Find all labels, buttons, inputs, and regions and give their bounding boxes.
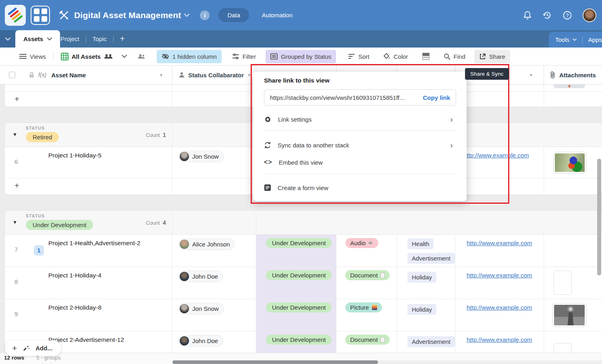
cell-link[interactable]: http://www.example.com xyxy=(463,152,529,159)
attachment-thumbnail-partial[interactable] xyxy=(554,85,585,88)
sort-icon xyxy=(348,54,355,59)
add-table-button[interactable]: + xyxy=(120,34,125,43)
cell-link[interactable]: http://www.example.com xyxy=(467,272,532,279)
user-avatar[interactable] xyxy=(583,8,596,22)
collaborator-chip[interactable]: John Doe xyxy=(179,335,223,347)
filter-label: Filter xyxy=(243,53,256,60)
apps-grid-icon[interactable] xyxy=(31,6,50,25)
comment-count-badge[interactable]: 1 xyxy=(34,245,44,256)
collaborator-chip[interactable]: Jon Snow xyxy=(179,151,224,162)
table-row[interactable]: 7 1 Project 1-Health,Advertisement-2 Ali… xyxy=(5,235,602,267)
status-pill[interactable]: Under Development xyxy=(266,335,332,345)
apps-menu[interactable]: Apps xyxy=(588,36,602,43)
menu-item-link-settings[interactable]: Link settings › xyxy=(264,114,456,125)
cell-asset-name[interactable]: Project 2-Advertisement-12 xyxy=(48,336,124,343)
topic-chip[interactable]: Health xyxy=(407,238,434,249)
menu-item-create-form-view[interactable]: Create a form view xyxy=(264,182,456,193)
copy-link-button[interactable]: Copy link xyxy=(423,94,450,101)
tab-automation[interactable]: Automation xyxy=(262,12,293,19)
row-height-button[interactable] xyxy=(422,52,430,60)
collaborator-chip[interactable]: John Doe xyxy=(179,271,223,282)
sort-label: Sort xyxy=(358,53,370,60)
info-icon[interactable]: i xyxy=(200,10,210,20)
status-pill[interactable]: Under Development xyxy=(266,270,332,280)
cell-link[interactable]: http://www.example.com xyxy=(467,304,532,311)
attachment-thumbnail-lighthouse[interactable] xyxy=(553,304,586,327)
cell-asset-name[interactable]: Project 1-Holiday-5 xyxy=(48,152,102,159)
type-pill-document[interactable]: Document xyxy=(345,335,390,345)
tools-menu[interactable]: Tools xyxy=(555,36,569,43)
column-dropdown-icon[interactable]: ▼ xyxy=(159,73,163,77)
workspace-tools-icon xyxy=(59,10,69,21)
sort-button[interactable]: Sort xyxy=(348,53,370,60)
type-pill-document[interactable]: Document xyxy=(345,270,390,280)
horizontal-scrollbar-thumb[interactable] xyxy=(172,360,378,364)
share-link-url[interactable]: https://stackby.com/view/vwshr1609310715… xyxy=(270,94,419,101)
share-link-field[interactable]: https://stackby.com/view/vwshr1609310715… xyxy=(264,89,456,105)
history-icon[interactable] xyxy=(542,10,552,20)
find-button[interactable]: Find xyxy=(444,53,465,60)
filter-button[interactable]: Filter xyxy=(232,53,256,60)
stackby-logo[interactable] xyxy=(5,5,26,26)
share-button[interactable]: Share xyxy=(474,50,510,63)
status-pill[interactable]: Under Development xyxy=(266,238,332,248)
cell-asset-name[interactable]: Project 1-Health,Advertisement-2 xyxy=(48,240,140,247)
status-pill[interactable]: Under Development xyxy=(266,302,332,312)
menu-item-embed-view[interactable]: <> Embed this view xyxy=(264,157,456,168)
tab-project[interactable]: Project xyxy=(60,35,79,42)
column-header-attachments[interactable]: Attachments xyxy=(544,66,602,84)
topic-chip[interactable]: Advertisement xyxy=(407,336,455,347)
color-button[interactable]: Color xyxy=(383,53,408,60)
share-view-users-icon[interactable] xyxy=(137,53,146,60)
hidden-columns-button[interactable]: 1 hidden column xyxy=(157,50,222,63)
color-label: Color xyxy=(394,53,408,60)
notifications-bell-icon[interactable] xyxy=(523,10,532,20)
tab-assets-label: Assets xyxy=(23,35,43,42)
cell-link[interactable]: http://www.example.com xyxy=(467,240,532,246)
menu-item-sync-data[interactable]: Sync data to another stack › xyxy=(264,139,456,151)
collaborator-chip[interactable]: Jon Snow xyxy=(179,303,224,314)
collaborator-chip[interactable]: Alice Johnson xyxy=(179,238,235,250)
add-record-button[interactable]: + Add... xyxy=(5,340,61,356)
table-row[interactable]: 8 Project 1-Holiday-4 John Doe Under Dev… xyxy=(5,267,602,299)
collapse-group-icon[interactable]: ▼ xyxy=(12,219,17,225)
select-all-checkbox[interactable] xyxy=(9,72,15,78)
tab-topic[interactable]: Topic xyxy=(93,35,107,42)
tab-assets[interactable]: Assets xyxy=(15,30,60,48)
horizontal-scrollbar[interactable] xyxy=(172,360,602,364)
cell-link[interactable]: http://www.example.com xyxy=(467,336,532,343)
help-icon[interactable]: ? xyxy=(563,10,572,20)
svg-text:?: ? xyxy=(566,12,569,18)
collapse-tabs-chevron-icon[interactable] xyxy=(0,30,15,48)
current-view-button[interactable]: All Assets xyxy=(61,53,113,60)
table-row[interactable]: Project 2-Advertisement-12 John Doe Unde… xyxy=(5,331,602,353)
view-switcher-chevron-icon[interactable] xyxy=(122,55,127,58)
group-header[interactable]: ▼ STATUS Under Development Count4 xyxy=(5,211,602,235)
column-title: Status Collabarator xyxy=(188,72,244,79)
table-row[interactable]: 9 Project 2-Holiday-8 Jon Snow Under Dev… xyxy=(5,299,602,331)
cell-asset-name[interactable]: Project 2-Holiday-8 xyxy=(48,304,102,311)
avatar xyxy=(180,152,189,161)
topic-chip[interactable]: Holiday xyxy=(407,304,436,315)
topic-chip[interactable]: Advertisement xyxy=(407,253,455,264)
topic-chip[interactable]: Holiday xyxy=(407,272,436,283)
type-pill-picture[interactable]: Picture xyxy=(345,302,382,312)
collapse-group-icon[interactable]: ▼ xyxy=(12,132,17,137)
views-button[interactable]: Views xyxy=(19,53,46,60)
group-button[interactable]: Grouped by Status xyxy=(266,50,336,63)
tab-data[interactable]: Data xyxy=(218,8,249,22)
attachment-thumbnail-document[interactable] xyxy=(554,343,572,353)
column-header-asset-name[interactable]: f(x) Asset Name ▼ xyxy=(0,66,172,84)
cell-asset-name[interactable]: Project 1-Holiday-4 xyxy=(48,272,102,279)
stack-title-chevron-icon[interactable] xyxy=(184,14,189,17)
avatar xyxy=(180,240,189,249)
form-icon xyxy=(264,184,271,191)
column-dropdown-icon[interactable]: ▼ xyxy=(529,73,533,77)
attachment-thumbnail-document[interactable] xyxy=(554,271,572,295)
type-pill-audio[interactable]: Audio xyxy=(345,238,378,248)
column-dropdown-icon[interactable]: ▼ xyxy=(247,73,251,77)
column-header-status-collaborator[interactable]: Status Collabarator ▼ xyxy=(172,66,256,84)
attachment-thumbnail-bird[interactable] xyxy=(554,152,586,173)
vertical-scrollbar[interactable] xyxy=(597,159,601,275)
stack-title[interactable]: Digital Asset Management xyxy=(74,10,181,20)
